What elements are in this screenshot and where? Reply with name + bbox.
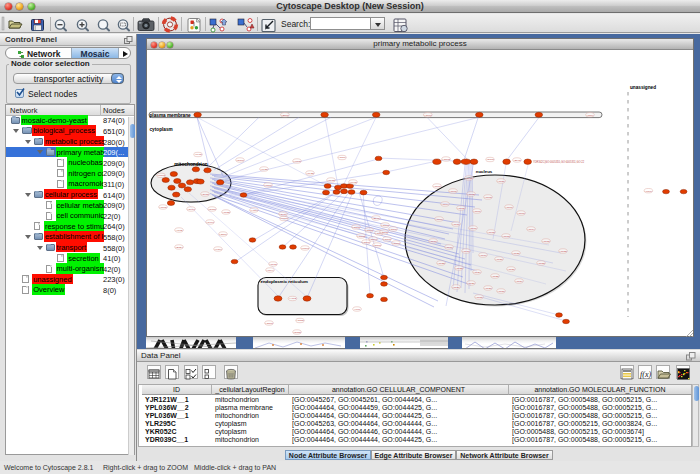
svg-text:YGR08: YGR08 (383, 238, 392, 241)
svg-text:YDR27: YDR27 (293, 331, 301, 334)
svg-text:YGL00: YGL00 (206, 221, 214, 224)
svg-text:YNL12: YNL12 (269, 263, 277, 266)
svg-text:YNL23: YNL23 (455, 267, 463, 270)
svg-text:nucleus: nucleus (476, 169, 493, 174)
svg-text:YNL04: YNL04 (441, 203, 449, 206)
svg-text:YMR11: YMR11 (293, 160, 301, 163)
svg-text:YLR44: YLR44 (266, 269, 274, 272)
svg-text:YNL14: YNL14 (527, 228, 535, 231)
svg-text:YNL13: YNL13 (502, 235, 510, 238)
svg-text:YBL03: YBL03 (513, 159, 521, 162)
svg-text:YGR11: YGR11 (392, 242, 400, 245)
svg-text:YGR07: YGR07 (373, 244, 382, 247)
svg-text:YOR07: YOR07 (265, 322, 274, 325)
svg-text:YKL21: YKL21 (260, 168, 268, 171)
svg-text:YOR19: YOR19 (219, 233, 228, 236)
svg-text:YJR04: YJR04 (586, 114, 594, 117)
svg-text:YNL22: YNL22 (437, 262, 445, 265)
svg-text:YNL01: YNL01 (449, 190, 457, 193)
svg-text:YNL05: YNL05 (457, 207, 465, 210)
svg-text:YNL07: YNL07 (505, 206, 513, 209)
svg-text:YNL32: YNL32 (559, 250, 567, 253)
svg-text:YNL18: YNL18 (462, 250, 470, 253)
svg-text:YJL12: YJL12 (176, 229, 183, 232)
svg-text:YDL17: YDL17 (279, 213, 287, 216)
svg-text:YNL33: YNL33 (537, 262, 545, 265)
svg-text:YGR05: YGR05 (380, 231, 389, 234)
svg-text:YMR30: YMR30 (280, 217, 289, 220)
svg-text:YNL20: YNL20 (495, 258, 503, 261)
svg-text:YMR00: YMR00 (301, 247, 310, 250)
svg-text:YLR08: YLR08 (264, 184, 272, 187)
svg-text:YBR08: YBR08 (281, 114, 289, 117)
svg-text:YNL27: YNL27 (467, 282, 475, 285)
svg-text:YNL21: YNL21 (512, 252, 520, 255)
svg-text:YNL05: YNL05 (159, 206, 167, 209)
svg-text:YGR01: YGR01 (365, 229, 374, 232)
svg-text:YNL36: YNL36 (497, 180, 505, 183)
svg-text:YPL13: YPL13 (327, 179, 335, 182)
svg-text:YGR03: YGR03 (357, 235, 366, 238)
svg-text:YKR09: YKR09 (214, 248, 222, 251)
svg-text:YNL09: YNL09 (435, 218, 443, 221)
svg-text:YKL02: YKL02 (349, 181, 357, 184)
svg-text:YNL28: YNL28 (484, 287, 492, 290)
svg-text:YNL12: YNL12 (487, 231, 495, 234)
svg-text:YNL29: YNL29 (452, 286, 460, 289)
svg-text:YHR14: YHR14 (250, 209, 258, 212)
svg-text:YGR19: YGR19 (338, 156, 347, 159)
svg-text:YNL34: YNL34 (515, 280, 523, 283)
svg-text:plasma membrane: plasma membrane (150, 113, 192, 118)
svg-text:YGL08: YGL08 (424, 114, 432, 117)
svg-text:YGR10: YGR10 (381, 224, 390, 227)
svg-text:YNL03: YNL03 (484, 196, 492, 199)
svg-text:mitochondrion: mitochondrion (174, 162, 208, 167)
svg-text:YNL11: YNL11 (469, 227, 477, 230)
svg-text:YBR24: YBR24 (175, 246, 183, 249)
svg-text:endoplasmic reticulum: endoplasmic reticulum (261, 279, 308, 284)
svg-text:YPL22: YPL22 (306, 172, 314, 175)
svg-text:YNL32: YNL32 (222, 211, 230, 214)
svg-text:YNL06: YNL06 (473, 210, 481, 213)
svg-text:YMR05: YMR05 (157, 174, 166, 177)
svg-text:YGR00: YGR00 (352, 226, 361, 229)
svg-text:YNL02: YNL02 (467, 193, 475, 196)
svg-text:YOL10: YOL10 (187, 208, 195, 211)
svg-text:YNL17: YNL17 (445, 246, 453, 249)
svg-text:YNL35: YNL35 (465, 177, 473, 180)
svg-text:f(x): f(x) (640, 370, 651, 379)
svg-text:cytoplasm: cytoplasm (150, 127, 173, 132)
svg-text:YOR02: YOR02 (442, 158, 451, 161)
svg-text:YKL12: YKL12 (194, 153, 202, 156)
svg-text:YGR04: YGR04 (369, 238, 378, 241)
svg-text:YDR15: YDR15 (486, 158, 494, 161)
svg-text:YNL24: YNL24 (473, 271, 481, 274)
svg-text:YNL19: YNL19 (479, 254, 487, 257)
svg-text:YIL07: YIL07 (354, 308, 361, 311)
svg-text:YAL02: YAL02 (289, 297, 297, 300)
svg-text:YNL15: YNL15 (542, 240, 550, 243)
svg-text:YNL31: YNL31 (475, 296, 483, 299)
svg-text:YPR19: YPR19 (645, 190, 653, 193)
svg-text:YNL08: YNL08 (517, 212, 525, 215)
svg-text:YBL09: YBL09 (372, 217, 380, 220)
svg-text:YNL26: YNL26 (507, 268, 515, 271)
svg-text:YGR06: YGR06 (362, 241, 371, 244)
svg-text:YNL10: YNL10 (452, 223, 460, 226)
svg-text:unassigned: unassigned (630, 85, 656, 90)
svg-text:YGR09: YGR09 (389, 228, 398, 231)
svg-text:YDL13: YDL13 (201, 193, 209, 196)
svg-text:YNL25: YNL25 (491, 275, 499, 278)
svg-text:YGR28: YGR28 (296, 319, 305, 322)
svg-text:YDR06: YDR06 (236, 159, 244, 162)
svg-text:YNL00: YNL00 (433, 185, 441, 188)
svg-text:YNL30: YNL30 (497, 290, 505, 293)
svg-text:YDR342C|GO:0005355,GO:0005351,: YDR342C|GO:0005355,GO:0005351,GO:22 (533, 160, 585, 164)
svg-text:YDR50: YDR50 (208, 208, 216, 211)
svg-text:YNL16: YNL16 (429, 240, 437, 243)
